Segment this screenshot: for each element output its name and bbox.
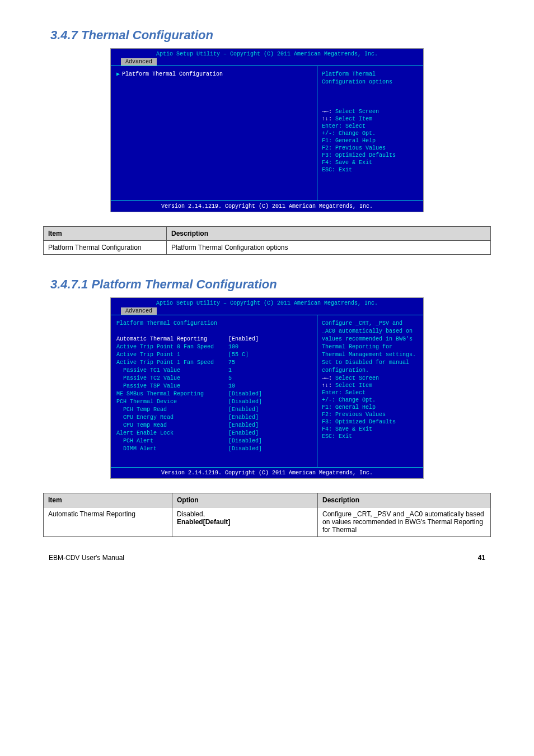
section-heading: 3.4.7.1 Platform Thermal Configuration (0, 260, 534, 297)
help-key: +/-: Change Opt. (322, 130, 419, 137)
bios-setting-row[interactable]: Automatic Thermal Reporting[Enabled] (116, 335, 311, 343)
bios-setting-row[interactable]: Active Trip Point 1[55 C] (116, 351, 311, 359)
setting-label: CPU Energy Read (116, 414, 228, 422)
bios-setting-row[interactable]: CPU Energy Read[Enabled] (116, 414, 311, 422)
bios-setting-row[interactable]: CPU Temp Read[Enabled] (116, 422, 311, 430)
setting-label: Active Trip Point 1 (116, 351, 228, 359)
setting-value: [Enabled] (228, 422, 311, 430)
bios-setting-row[interactable]: Active Trip Point 0 Fan Speed100 (116, 343, 311, 351)
setting-value: 10 (228, 382, 311, 390)
setting-value: 100 (228, 343, 311, 351)
bios-header: Aptio Setup Utility – Copyright (C) 2011… (111, 49, 423, 58)
menu-item-label: Platform Thermal Configuration (122, 71, 223, 78)
bios-setting-row[interactable]: DIMM Alert[Disabled] (116, 445, 311, 453)
bios-setting-row[interactable]: PCH Temp Read[Enabled] (116, 406, 311, 414)
setting-label: Passive TC1 Value (116, 367, 228, 375)
setting-label: PCH Temp Read (116, 406, 228, 414)
help-description: Configure _CRT, _PSV and _AC0 automatica… (322, 320, 419, 375)
bios-setting-row[interactable]: Passive TSP Value10 (116, 382, 311, 390)
table-header: Option (172, 493, 318, 507)
setting-value: [Enabled] (228, 430, 311, 437)
tab-advanced[interactable]: Advanced (121, 307, 157, 315)
table-header-row: Item Option Description (44, 493, 491, 507)
setting-value: [Disabled] (228, 437, 311, 445)
help-description: Platform Thermal Configuration options (322, 71, 419, 108)
setting-label: ME SMBus Thermal Reporting (116, 390, 228, 398)
bios-setting-row[interactable]: ME SMBus Thermal Reporting[Disabled] (116, 390, 311, 398)
setting-label: Active Trip Point 1 Fan Speed (116, 359, 228, 367)
setting-label: PCH Alert (116, 437, 228, 445)
setting-value: 5 (228, 375, 311, 382)
footer-left: EBM-CDV User's Manual (49, 554, 124, 562)
bios-help-pane: Platform Thermal Configuration options →… (317, 66, 423, 200)
help-key: F1: General Help (322, 137, 419, 144)
help-key: F2: Previous Values (322, 411, 419, 418)
bios-footer: Version 2.14.1219. Copyright (C) 2011 Am… (111, 200, 423, 212)
item-description-table-1: Item Description Platform Thermal Config… (43, 226, 491, 255)
bios-screen-2: Aptio Setup Utility – Copyright (C) 2011… (110, 297, 424, 479)
section-heading: 3.4.7 Thermal Configuration (0, 11, 534, 48)
setting-label: DIMM Alert (116, 445, 228, 453)
page-footer: EBM-CDV User's Manual 41 (43, 554, 491, 562)
submenu-arrow-icon: ▶ (116, 71, 120, 78)
setting-label: CPU Temp Read (116, 422, 228, 430)
table-cell: Platform Thermal Configuration options (167, 241, 491, 255)
setting-value: [Disabled] (228, 445, 311, 453)
bios-setting-row[interactable]: Alert Enable Lock[Enabled] (116, 430, 311, 437)
setting-label: PCH Thermal Device (116, 398, 228, 406)
help-key: →←: Select Screen (322, 108, 419, 115)
tab-advanced[interactable]: Advanced (121, 58, 157, 66)
page-number: 41 (478, 554, 485, 562)
bios-left-pane: ▶ Platform Thermal Configuration (111, 66, 317, 200)
setting-value: [Disabled] (228, 390, 311, 398)
table-row: Automatic Thermal Reporting Disabled, En… (44, 507, 491, 537)
help-keys: →←: Select Screen ↑↓: Select Item Enter:… (322, 108, 419, 196)
help-key: ESC: Exit (322, 166, 419, 174)
help-keys: →←: Select Screen ↑↓: Select Item Enter:… (322, 375, 419, 463)
help-key: F3: Optimized Defaults (322, 418, 419, 426)
bios-setting-row[interactable]: PCH Thermal Device[Disabled] (116, 398, 311, 406)
help-key: ↑↓: Select Item (322, 115, 419, 123)
table-cell: Configure _CRT, _PSV and _AC0 automatica… (318, 507, 491, 537)
setting-value: [Enabled] (228, 406, 311, 414)
table-header: Item (44, 493, 172, 507)
help-key: ESC: Exit (322, 433, 419, 440)
bios-setting-row[interactable]: Active Trip Point 1 Fan Speed75 (116, 359, 311, 367)
table-cell: Disabled, Enabled[Default] (172, 507, 318, 537)
bios-tab-row: Advanced (111, 58, 423, 66)
help-key: F3: Optimized Defaults (322, 152, 419, 159)
table-header: Item (44, 227, 167, 241)
bios-left-pane: Platform Thermal Configuration Automatic… (111, 315, 317, 467)
setting-label: Alert Enable Lock (116, 430, 228, 437)
setting-value: [55 C] (228, 351, 311, 359)
bios-setting-row[interactable]: Passive TC2 Value5 (116, 375, 311, 382)
table-cell: Automatic Thermal Reporting (44, 507, 172, 537)
table-header: Description (318, 493, 491, 507)
table-header: Description (167, 227, 491, 241)
help-key: F4: Save & Exit (322, 159, 419, 166)
menu-item-platform-thermal[interactable]: ▶ Platform Thermal Configuration (116, 71, 311, 78)
help-key: F1: General Help (322, 404, 419, 411)
table-header-row: Item Description (44, 227, 491, 241)
bios-setting-row[interactable]: PCH Alert[Disabled] (116, 437, 311, 445)
help-key: Enter: Select (322, 123, 419, 130)
bios-screen-1: Aptio Setup Utility – Copyright (C) 2011… (110, 48, 424, 212)
setting-label: Passive TC2 Value (116, 375, 228, 382)
setting-value: 75 (228, 359, 311, 367)
help-key: F2: Previous Values (322, 144, 419, 152)
item-description-table-2: Item Option Description Automatic Therma… (43, 493, 491, 537)
setting-value: [Enabled] (228, 335, 311, 343)
setting-label: Passive TSP Value (116, 382, 228, 390)
setting-label: Automatic Thermal Reporting (116, 335, 228, 343)
help-key: ↑↓: Select Item (322, 382, 419, 389)
bios-footer: Version 2.14.1219. Copyright (C) 2011 Am… (111, 467, 423, 478)
table-row: Platform Thermal Configuration Platform … (44, 241, 491, 255)
table-cell: Platform Thermal Configuration (44, 241, 167, 255)
bios-setting-row[interactable]: Passive TC1 Value1 (116, 367, 311, 375)
help-key: F4: Save & Exit (322, 426, 419, 433)
setting-value: 1 (228, 367, 311, 375)
help-key: Enter: Select (322, 389, 419, 396)
bios-header: Aptio Setup Utility – Copyright (C) 2011… (111, 298, 423, 307)
help-key: +/-: Change Opt. (322, 396, 419, 404)
setting-value: [Enabled] (228, 414, 311, 422)
